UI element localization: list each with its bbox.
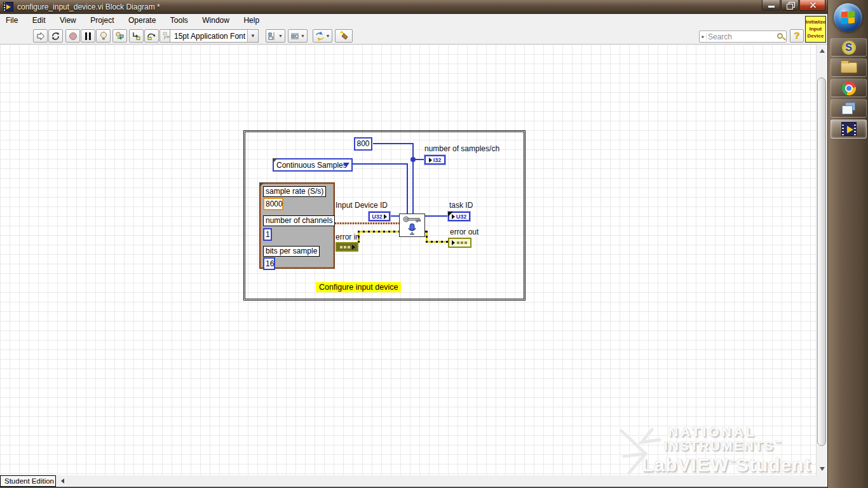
taskbar-item-labview[interactable] [831, 119, 867, 139]
diagram-comment[interactable]: Configure input device [316, 282, 401, 292]
triangle-down-icon [820, 467, 825, 471]
vertical-scrollbar[interactable] [816, 44, 827, 475]
align-objects-button[interactable]: ▼ [266, 29, 285, 43]
reorder-objects-button[interactable]: ▼ [313, 29, 332, 43]
wire-enum-v[interactable] [407, 163, 408, 214]
windows-logo-icon [841, 11, 855, 24]
run-continuous-button[interactable] [48, 29, 63, 43]
terminal-error-out[interactable] [448, 238, 471, 248]
wire-task-id[interactable] [425, 215, 448, 217]
wire-samples-v[interactable] [412, 143, 414, 214]
run-button[interactable] [33, 29, 48, 43]
scroll-down-button[interactable] [817, 464, 827, 474]
terminal-task-id-u32[interactable]: U32 [448, 212, 470, 221]
numeric-constant-800[interactable]: 800 [354, 137, 372, 151]
bits-per-sample-value[interactable]: 16 [263, 257, 275, 270]
vi-connector-icon[interactable]: Initialize Input Device [805, 16, 826, 43]
menu-operate[interactable]: Operate [123, 14, 161, 28]
edition-tab[interactable]: Student Edition [0, 475, 56, 487]
pause-icon [85, 32, 87, 40]
pause-button[interactable] [81, 29, 95, 43]
num-channels-value[interactable]: 1 [263, 228, 272, 241]
menu-file[interactable]: File [0, 14, 24, 28]
configure-device-subvi[interactable] [399, 214, 425, 237]
triangle-up-icon [820, 49, 825, 53]
folder-icon [841, 62, 857, 73]
cleanup-diagram-button[interactable] [335, 29, 353, 43]
distribute-objects-icon [290, 32, 299, 40]
wire-device-id[interactable] [390, 215, 399, 217]
wire-cluster[interactable] [335, 222, 399, 224]
cluster-field-label: number of channels [263, 215, 335, 226]
menu-edit[interactable]: Edit [27, 14, 51, 28]
input-device-id-label: Input Device ID [336, 201, 388, 210]
abort-button[interactable] [65, 29, 80, 43]
chevron-down-icon: ▼ [278, 34, 283, 38]
taskbar-item-explorer[interactable] [831, 58, 867, 77]
lightbulb-icon [99, 31, 108, 41]
search-scope-expander[interactable]: ▸ [700, 33, 707, 41]
dtype-text: I32 [433, 157, 442, 163]
menu-tools[interactable]: Tools [165, 14, 194, 28]
scroll-up-button[interactable] [817, 46, 827, 56]
block-diagram-canvas[interactable]: 800 Continuous Samples sample rate (S/s)… [0, 44, 816, 475]
windows-taskbar: S DE ⚑ ✓ 22:20 03.12.2013 [827, 0, 868, 488]
sample-rate-value[interactable]: 8000 [263, 198, 283, 210]
highlight-execution-button[interactable] [96, 29, 111, 43]
minimize-button[interactable] [762, 0, 780, 11]
terminal-error-in[interactable] [336, 242, 358, 252]
terminal-input-device-id-u32[interactable]: U32 [369, 212, 390, 221]
chevron-down-icon: ▼ [326, 34, 330, 38]
context-help-button[interactable]: ? [790, 29, 804, 43]
menu-view[interactable]: View [54, 14, 82, 28]
run-icon [36, 32, 45, 41]
menu-window[interactable]: Window [196, 14, 235, 28]
indicator-arrow-icon [452, 240, 455, 245]
menu-help[interactable]: Help [238, 14, 265, 28]
watermark-instruments: INSTRUMENTS™ [664, 438, 782, 454]
terminal-num-samples-i32[interactable]: I32 [424, 155, 445, 165]
menu-bar: File Edit View Project Operate Tools Win… [0, 14, 827, 28]
wire-samples-h[interactable] [373, 143, 414, 144]
start-button[interactable] [834, 3, 862, 32]
search-box[interactable]: ▸ [699, 30, 787, 43]
cluster-field-label: sample rate (S/s) [263, 186, 326, 197]
wire-error-4[interactable] [426, 241, 448, 243]
taskbar-item-photo-viewer[interactable] [831, 99, 867, 118]
distribute-objects-button[interactable]: ▼ [288, 29, 308, 43]
enum-constant-sample-mode[interactable]: Continuous Samples [273, 158, 353, 172]
status-bar: Student Edition [0, 475, 827, 488]
error-in-label: error in [336, 233, 360, 241]
restore-button[interactable] [781, 0, 799, 11]
labview-window: configure_input_device.vi Block Diagram … [0, 0, 827, 488]
chrome-icon [842, 81, 856, 95]
title-bar[interactable]: configure_input_device.vi Block Diagram … [0, 0, 827, 14]
taskbar-item-s-app[interactable]: S [831, 38, 867, 57]
step-over-button[interactable] [144, 29, 159, 43]
vi-titlebar-icon [3, 2, 13, 11]
cluster-constant[interactable]: sample rate (S/s) 8000 number of channel… [259, 182, 335, 269]
error-cluster-glyph [348, 246, 350, 248]
search-input[interactable] [708, 32, 771, 41]
control-arrow-icon [352, 245, 355, 250]
photo-viewer-icon [842, 102, 856, 115]
menu-project[interactable]: Project [85, 14, 119, 28]
vertical-scroll-thumb[interactable] [817, 78, 826, 446]
labview-icon [841, 122, 857, 136]
taskbar-item-chrome[interactable] [831, 79, 867, 97]
chevron-down-icon[interactable]: ▼ [247, 30, 258, 42]
font-selector[interactable]: 15pt Application Font ▼ [170, 29, 259, 43]
enum-value: Continuous Samples [276, 161, 347, 170]
close-button[interactable] [799, 0, 825, 11]
scroll-left-button[interactable] [58, 477, 66, 485]
control-arrow-icon [384, 214, 387, 219]
run-continuous-icon [51, 31, 60, 41]
vi-icon-line: Input [806, 25, 825, 32]
retain-wire-values-button[interactable] [112, 29, 127, 43]
s-app-icon: S [842, 41, 856, 55]
cluster-field-label: bits per sample [263, 246, 320, 257]
wire-enum-h[interactable] [353, 163, 408, 165]
dropdown-caret-icon[interactable] [343, 163, 349, 167]
error-cluster-glyph [465, 241, 467, 244]
step-into-button[interactable] [129, 29, 144, 43]
